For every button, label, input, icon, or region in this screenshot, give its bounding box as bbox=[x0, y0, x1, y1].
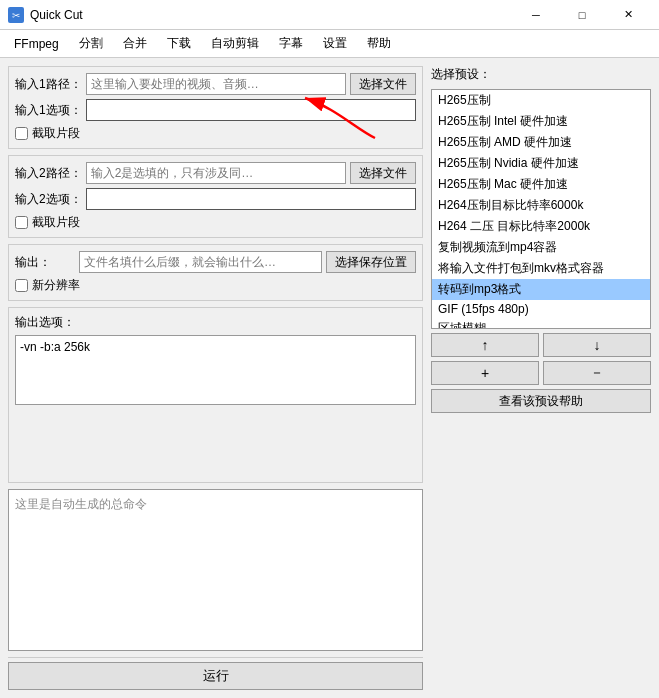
output-options-row: 输出选项： bbox=[15, 314, 416, 331]
preset-item[interactable]: H265压制 Mac 硬件加速 bbox=[432, 174, 650, 195]
preset-item[interactable]: H264 二压 目标比特率2000k bbox=[432, 216, 650, 237]
command-display: 这里是自动生成的总命令 bbox=[8, 489, 423, 651]
preset-item[interactable]: H265压制 bbox=[432, 90, 650, 111]
preset-list[interactable]: H265压制H265压制 Intel 硬件加速H265压制 AMD 硬件加速H2… bbox=[431, 89, 651, 329]
preset-help-button[interactable]: 查看该预设帮助 bbox=[431, 389, 651, 413]
preset-item[interactable]: H265压制 Intel 硬件加速 bbox=[432, 111, 650, 132]
input2-select-button[interactable]: 选择文件 bbox=[350, 162, 416, 184]
output-path-field[interactable] bbox=[79, 251, 322, 273]
main-content: 输入1路径： 选择文件 输入1选项： 截取片段 输入2路径： 选择文件 输入2选… bbox=[0, 58, 659, 698]
preset-add-remove-row: + － bbox=[431, 361, 651, 385]
right-panel: 选择预设： H265压制H265压制 Intel 硬件加速H265压制 AMD … bbox=[431, 66, 651, 690]
preset-item[interactable]: 复制视频流到mp4容器 bbox=[432, 237, 650, 258]
input1-clip-checkbox[interactable] bbox=[15, 127, 28, 140]
input2-path-field[interactable] bbox=[86, 162, 346, 184]
new-resolution-row: 新分辨率 bbox=[15, 277, 416, 294]
preset-controls: ↑ ↓ + － 查看该预设帮助 bbox=[431, 333, 651, 413]
output-select-button[interactable]: 选择保存位置 bbox=[326, 251, 416, 273]
title-bar: ✂ Quick Cut ─ □ ✕ bbox=[0, 0, 659, 30]
input1-path-row: 输入1路径： 选择文件 bbox=[15, 73, 416, 95]
minimize-button[interactable]: ─ bbox=[513, 0, 559, 30]
input2-section: 输入2路径： 选择文件 输入2选项： 截取片段 bbox=[8, 155, 423, 238]
menu-item-合并[interactable]: 合并 bbox=[113, 31, 157, 56]
preset-item[interactable]: GIF (15fps 480p) bbox=[432, 300, 650, 318]
output-options-section: 输出选项： -vn -b:a 256k bbox=[8, 307, 423, 483]
input1-section: 输入1路径： 选择文件 输入1选项： 截取片段 bbox=[8, 66, 423, 149]
input2-options-label: 输入2选项： bbox=[15, 191, 82, 208]
input1-clip-row: 截取片段 bbox=[15, 125, 416, 142]
input1-options-row: 输入1选项： bbox=[15, 99, 416, 121]
preset-move-row: ↑ ↓ bbox=[431, 333, 651, 357]
input1-label: 输入1路径： bbox=[15, 76, 82, 93]
menu-item-下载[interactable]: 下载 bbox=[157, 31, 201, 56]
output-options-textarea[interactable]: -vn -b:a 256k bbox=[15, 335, 416, 405]
input1-options-label: 输入1选项： bbox=[15, 102, 82, 119]
preset-label: 选择预设： bbox=[431, 66, 651, 83]
run-bar: 运行 bbox=[8, 657, 423, 690]
input1-clip-label: 截取片段 bbox=[32, 125, 80, 142]
output-path-row: 输出： 选择保存位置 bbox=[15, 251, 416, 273]
input2-label: 输入2路径： bbox=[15, 165, 82, 182]
menu-item-分割[interactable]: 分割 bbox=[69, 31, 113, 56]
preset-add-button[interactable]: + bbox=[431, 361, 539, 385]
menu-bar: FFmpeg分割合并下载自动剪辑字幕设置帮助 bbox=[0, 30, 659, 58]
input2-clip-row: 截取片段 bbox=[15, 214, 416, 231]
close-button[interactable]: ✕ bbox=[605, 0, 651, 30]
input2-options-field[interactable] bbox=[86, 188, 416, 210]
new-resolution-label: 新分辨率 bbox=[32, 277, 80, 294]
title-bar-controls: ─ □ ✕ bbox=[513, 0, 651, 30]
app-title: Quick Cut bbox=[30, 8, 83, 22]
input1-options-field[interactable] bbox=[86, 99, 416, 121]
menu-item-帮助[interactable]: 帮助 bbox=[357, 31, 401, 56]
preset-remove-button[interactable]: － bbox=[543, 361, 651, 385]
input1-select-button[interactable]: 选择文件 bbox=[350, 73, 416, 95]
menu-item-FFmpeg[interactable]: FFmpeg bbox=[4, 33, 69, 55]
input2-clip-checkbox[interactable] bbox=[15, 216, 28, 229]
preset-down-button[interactable]: ↓ bbox=[543, 333, 651, 357]
menu-item-字幕[interactable]: 字幕 bbox=[269, 31, 313, 56]
menu-item-自动剪辑[interactable]: 自动剪辑 bbox=[201, 31, 269, 56]
output-options-label: 输出选项： bbox=[15, 314, 75, 331]
output-label: 输出： bbox=[15, 254, 75, 271]
output-section: 输出： 选择保存位置 新分辨率 bbox=[8, 244, 423, 301]
run-button[interactable]: 运行 bbox=[8, 662, 423, 690]
preset-item[interactable]: H265压制 AMD 硬件加速 bbox=[432, 132, 650, 153]
input2-clip-label: 截取片段 bbox=[32, 214, 80, 231]
new-resolution-checkbox[interactable] bbox=[15, 279, 28, 292]
menu-item-设置[interactable]: 设置 bbox=[313, 31, 357, 56]
command-placeholder-text: 这里是自动生成的总命令 bbox=[15, 497, 147, 511]
title-bar-left: ✂ Quick Cut bbox=[8, 7, 83, 23]
input2-path-row: 输入2路径： 选择文件 bbox=[15, 162, 416, 184]
preset-item[interactable]: H265压制 Nvidia 硬件加速 bbox=[432, 153, 650, 174]
preset-item[interactable]: 区域模糊 bbox=[432, 318, 650, 329]
preset-item[interactable]: H264压制目标比特率6000k bbox=[432, 195, 650, 216]
left-panel: 输入1路径： 选择文件 输入1选项： 截取片段 输入2路径： 选择文件 输入2选… bbox=[8, 66, 423, 690]
preset-up-button[interactable]: ↑ bbox=[431, 333, 539, 357]
maximize-button[interactable]: □ bbox=[559, 0, 605, 30]
preset-item[interactable]: 转码到mp3格式 bbox=[432, 279, 650, 300]
app-icon: ✂ bbox=[8, 7, 24, 23]
preset-item[interactable]: 将输入文件打包到mkv格式容器 bbox=[432, 258, 650, 279]
svg-text:✂: ✂ bbox=[12, 10, 20, 21]
input2-options-row: 输入2选项： bbox=[15, 188, 416, 210]
command-section: 这里是自动生成的总命令 bbox=[8, 489, 423, 651]
input1-path-field[interactable] bbox=[86, 73, 346, 95]
